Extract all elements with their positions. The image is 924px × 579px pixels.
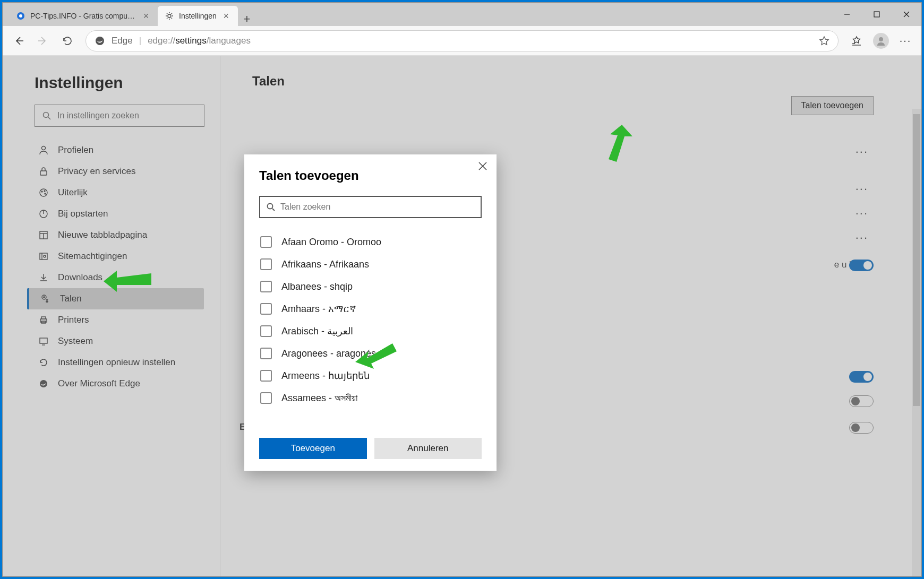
close-icon[interactable]: × <box>222 11 230 22</box>
reload-button[interactable] <box>57 30 78 51</box>
svg-point-1 <box>19 14 22 18</box>
annotation-arrow <box>595 125 638 167</box>
svg-point-10 <box>879 37 883 41</box>
maximize-button[interactable] <box>862 3 892 26</box>
edge-label: Edge <box>112 36 133 46</box>
content-area: Instellingen In instellingen zoeken Prof… <box>3 56 921 576</box>
menu-button[interactable]: ··· <box>895 30 916 51</box>
forward-button[interactable] <box>32 30 54 51</box>
language-list[interactable]: Afaan Oromo - Oromoo Afrikaans - Afrikaa… <box>259 231 482 427</box>
search-icon <box>267 203 275 211</box>
add-languages-dialog: Talen toevoegen Afaan Oromo - Oromoo Afr… <box>244 154 497 471</box>
back-button[interactable] <box>8 30 29 51</box>
favicon-icon <box>16 12 25 20</box>
browser-window: PC-Tips.INFO - Gratis computer t × Inste… <box>2 2 922 577</box>
svg-line-37 <box>272 209 275 211</box>
svg-rect-4 <box>874 12 879 17</box>
checkbox[interactable] <box>260 370 272 382</box>
lang-option-amhaars[interactable]: Amhaars - አማርኛ <box>259 298 477 320</box>
dialog-buttons: Toevoegen Annuleren <box>259 438 482 459</box>
close-button[interactable] <box>892 3 921 26</box>
window-controls <box>832 3 921 26</box>
svg-point-36 <box>268 204 273 209</box>
annotation-arrow <box>355 338 398 370</box>
avatar-icon <box>873 33 889 49</box>
tab-label: Instellingen <box>179 12 217 20</box>
tab-settings[interactable]: Instellingen × <box>158 6 238 26</box>
svg-marker-40 <box>355 343 397 369</box>
toolbar: Edge | edge://settings/languages ··· <box>3 26 921 56</box>
titlebar: PC-Tips.INFO - Gratis computer t × Inste… <box>3 3 921 26</box>
address-bar[interactable]: Edge | edge://settings/languages <box>85 30 839 51</box>
favorites-button[interactable] <box>846 30 867 51</box>
lang-option-afaan-oromo[interactable]: Afaan Oromo - Oromoo <box>259 231 477 253</box>
tab-label: PC-Tips.INFO - Gratis computer t <box>30 12 136 20</box>
checkbox[interactable] <box>260 325 272 337</box>
svg-point-7 <box>96 37 104 45</box>
dialog-title: Talen toevoegen <box>259 168 482 183</box>
profile-button[interactable] <box>870 30 892 51</box>
dialog-add-button[interactable]: Toevoegen <box>259 438 367 459</box>
svg-marker-38 <box>104 271 151 292</box>
checkbox[interactable] <box>260 303 272 315</box>
dialog-search-input[interactable] <box>259 196 482 218</box>
new-tab-button[interactable]: + <box>238 12 256 26</box>
lang-option-albanees[interactable]: Albanees - shqip <box>259 275 477 298</box>
tab-strip: PC-Tips.INFO - Gratis computer t × Inste… <box>3 3 832 26</box>
svg-point-2 <box>168 14 171 18</box>
checkbox[interactable] <box>260 348 272 359</box>
close-icon[interactable]: × <box>142 11 150 22</box>
lang-option-afrikaans[interactable]: Afrikaans - Afrikaans <box>259 253 477 275</box>
minimize-button[interactable] <box>832 3 862 26</box>
favorite-icon[interactable] <box>819 36 829 46</box>
checkbox[interactable] <box>260 392 272 404</box>
separator: | <box>139 36 141 46</box>
checkbox[interactable] <box>260 236 272 248</box>
svg-marker-39 <box>609 125 632 162</box>
dialog-close-button[interactable] <box>478 162 487 170</box>
annotation-arrow <box>104 263 157 295</box>
dialog-search-field[interactable] <box>280 202 474 212</box>
gear-icon <box>165 12 174 20</box>
dialog-cancel-button[interactable]: Annuleren <box>374 438 482 459</box>
edge-logo-icon <box>95 36 105 46</box>
url-text: edge://settings/languages <box>148 36 812 46</box>
checkbox[interactable] <box>260 258 272 270</box>
lang-option-assamees[interactable]: Assamees - অসমীয়া <box>259 387 477 409</box>
checkbox[interactable] <box>260 281 272 292</box>
tab-pctips[interactable]: PC-Tips.INFO - Gratis computer t × <box>9 6 158 26</box>
